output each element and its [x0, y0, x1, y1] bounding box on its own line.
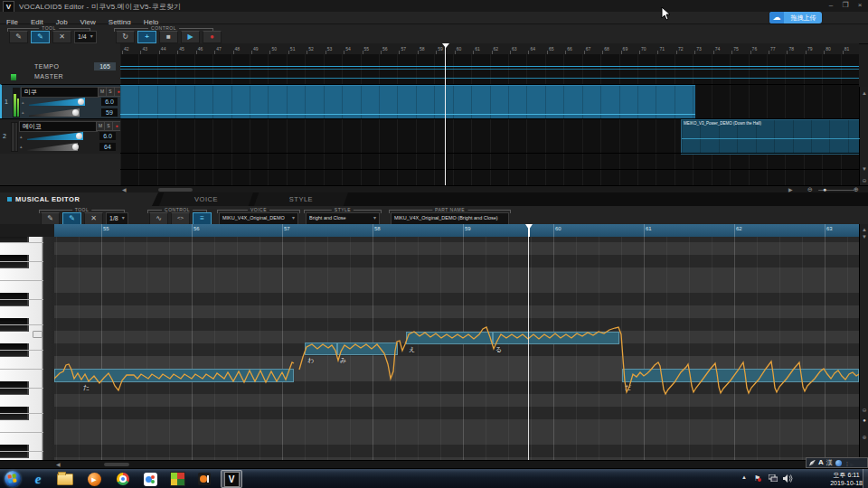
- tempo-value-box[interactable]: 165: [94, 62, 116, 70]
- editor-quantize-value: 1/8: [109, 213, 118, 223]
- volume-knob[interactable]: [76, 133, 82, 139]
- measure-number-64: 64: [530, 46, 535, 52]
- close-button[interactable]: ×: [854, 1, 866, 10]
- scrub-button[interactable]: +: [137, 31, 156, 43]
- white-key-separator: [0, 280, 43, 281]
- scroll-up-icon[interactable]: ▲: [860, 90, 868, 96]
- editor-pointer-pencil-tool[interactable]: ✎: [41, 212, 60, 225]
- collapse-icon[interactable]: ▼: [860, 166, 868, 172]
- vzoom-out-icon[interactable]: ⊖: [860, 407, 868, 413]
- note-expand-button[interactable]: <>: [171, 212, 190, 225]
- part-region-label: MEIKO_V3_Power_DEMO (Down the Hall): [684, 121, 761, 126]
- taskbar-vocaloid-icon[interactable]: V: [221, 470, 242, 488]
- restore-button[interactable]: ❐: [839, 1, 852, 10]
- style-value: Bright and Close: [309, 213, 346, 223]
- piano-ruler-corner: [0, 224, 54, 238]
- measure-tick: [553, 224, 554, 237]
- quantize-value: 1/4: [78, 32, 87, 42]
- zoom-out-icon[interactable]: ⊖: [860, 177, 868, 183]
- window-title: VOCALOID5 Editor - 미쿠V5.메이코V5-쿠로찾기: [19, 2, 181, 12]
- taskbar-media-player-icon[interactable]: ▶: [83, 470, 105, 488]
- volume-slider[interactable]: [27, 132, 83, 140]
- measure-number-61: 61: [646, 226, 652, 231]
- miku-part-region[interactable]: [120, 85, 695, 119]
- pan-knob[interactable]: [72, 109, 79, 116]
- vzoom-slider-knob[interactable]: ●: [860, 418, 868, 423]
- pitch-curve: [54, 237, 859, 460]
- taskbar-presentation-icon[interactable]: [193, 470, 215, 488]
- scroll-up-icon[interactable]: ▲: [860, 227, 868, 232]
- piano-roll-grid[interactable]: たわみえるだ: [54, 237, 859, 460]
- pan-knob[interactable]: [72, 144, 79, 150]
- display-switch-icon[interactable]: [769, 474, 778, 483]
- scrollbar-thumb[interactable]: [104, 463, 129, 466]
- drag-upload-label: 拖拽上传: [785, 12, 822, 23]
- scroll-left-icon[interactable]: ◀: [56, 461, 61, 468]
- editor-playhead-line[interactable]: [528, 237, 529, 460]
- track-name-field[interactable]: 미쿠: [21, 87, 99, 98]
- track-row-meiko[interactable]: 2 메이코 M S ● ▴ 6.0 ▴ 64: [0, 118, 120, 154]
- measure-number-79: 79: [807, 46, 813, 52]
- taskbar-weiyun-icon[interactable]: [139, 470, 161, 488]
- quantize-dropdown[interactable]: 1/4▾: [74, 31, 97, 43]
- volume-speaker-icon[interactable]: [783, 474, 793, 484]
- editor-horizontal-scrollbar[interactable]: ◀ ▶: [0, 460, 868, 468]
- volume-slider[interactable]: [29, 98, 85, 106]
- editor-quantize-dropdown[interactable]: 1/8▾: [106, 212, 128, 225]
- timeline-playhead[interactable]: [445, 43, 446, 185]
- measure-number-57: 57: [284, 226, 290, 231]
- lyric-lines-view-button[interactable]: ≡: [193, 212, 212, 225]
- editor-erase-tool[interactable]: ✕: [84, 212, 103, 225]
- scrollbar-thumb[interactable]: [158, 188, 193, 192]
- loop-button[interactable]: ↻: [116, 31, 135, 43]
- piano-keyboard[interactable]: [0, 237, 54, 460]
- part-name-field[interactable]: MIKU_V4X_Original_DEMO (Bright and Close…: [391, 212, 509, 225]
- drag-upload-badge[interactable]: ☁ 拖拽上传: [769, 12, 822, 23]
- piano-roll-ruler[interactable]: 555657585960616263: [54, 224, 859, 238]
- pointer-pencil-tool[interactable]: ✎: [9, 31, 28, 43]
- taskbar-chrome-icon[interactable]: [112, 470, 134, 488]
- tab-style[interactable]: STYLE: [254, 192, 348, 206]
- track-row-miku[interactable]: 1 미쿠 M S ● ▴ 6.0 ▴ 59: [0, 84, 122, 119]
- main-toolbar: TOOL ✎ ✎ ✕ 1/4▾ CONTROL ↻ + ■ ▶ ● 00059:…: [0, 24, 868, 44]
- measure-number-63: 63: [512, 46, 517, 52]
- volume-knob[interactable]: [78, 99, 84, 105]
- pitch-wave-view-button[interactable]: ∿: [149, 212, 168, 225]
- taskbar-ie-icon[interactable]: e: [27, 470, 49, 488]
- style-dropdown[interactable]: Bright and Close▾: [306, 212, 380, 225]
- voice-dropdown[interactable]: MIKU_V4X_Original_DEMO▾: [219, 212, 298, 225]
- record-button[interactable]: ●: [203, 31, 222, 43]
- editor-vertical-scrollbar[interactable]: ▲ ▼ ⊖ ● ⊕: [859, 224, 868, 460]
- play-button[interactable]: ▶: [181, 31, 200, 43]
- editor-playhead-marker[interactable]: [525, 224, 533, 237]
- draw-pencil-tool[interactable]: ✎: [31, 31, 50, 43]
- ime-pen-icon[interactable]: [809, 460, 816, 466]
- erase-tool[interactable]: ✕: [52, 31, 71, 43]
- measure-number-71: 71: [659, 46, 665, 52]
- voice-value: MIKU_V4X_Original_DEMO: [222, 213, 285, 223]
- mouse-cursor: [661, 7, 671, 25]
- ime-settings-icon[interactable]: [835, 460, 842, 466]
- scroll-down-icon[interactable]: ▼: [860, 234, 868, 239]
- start-button[interactable]: [5, 471, 21, 487]
- taskbar-clock[interactable]: 오후 6:11 2019-10-18: [830, 471, 863, 487]
- voice-group-label: VOICE: [248, 207, 269, 212]
- track-lanes[interactable]: MEIKO_V3_Power_DEMO (Down the Hall): [120, 54, 859, 185]
- tab-musical-editor[interactable]: MUSICAL EDITOR: [0, 192, 158, 206]
- minimize-button[interactable]: –: [825, 1, 837, 10]
- stop-button[interactable]: ■: [159, 31, 178, 43]
- hidden-icons-button[interactable]: ▲: [741, 474, 747, 480]
- ime-options-icon[interactable]: ⋮: [844, 460, 850, 466]
- taskbar-game-icon[interactable]: [166, 470, 188, 488]
- track-name-field[interactable]: 메이코: [19, 121, 98, 132]
- meiko-part-region[interactable]: MEIKO_V3_Power_DEMO (Down the Hall): [681, 119, 861, 155]
- show-desktop-button[interactable]: [863, 469, 868, 488]
- pan-slider[interactable]: [27, 143, 78, 151]
- measure-number-52: 52: [308, 46, 314, 52]
- tab-voice[interactable]: VOICE: [159, 192, 253, 206]
- action-center-flag-icon[interactable]: ⚑: [754, 474, 760, 483]
- active-tab-square-icon: [7, 197, 12, 202]
- vzoom-in-icon[interactable]: ⊕: [860, 434, 868, 440]
- editor-draw-pencil-tool[interactable]: ✎: [62, 212, 81, 225]
- taskbar-explorer-icon[interactable]: [54, 470, 76, 488]
